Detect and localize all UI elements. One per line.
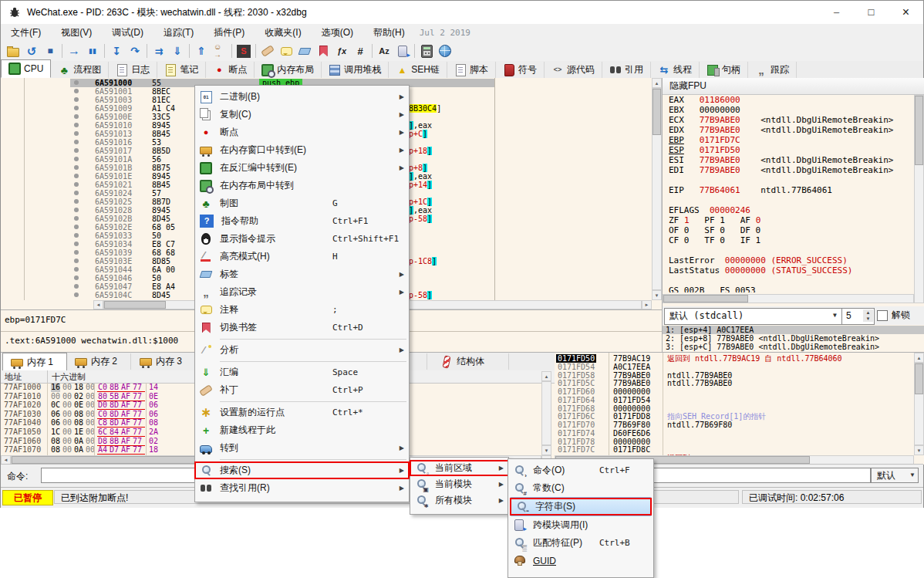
tab-内存布局[interactable]: 内存布局	[255, 62, 322, 78]
register-line[interactable]: ESP 0171FD50	[663, 145, 914, 155]
menu-item-汇编[interactable]: ⇓汇编Space	[195, 363, 409, 381]
dump-byte[interactable]: 00	[62, 401, 72, 410]
dump-byte-pointer[interactable]: AF	[121, 418, 130, 428]
dump-byte[interactable]: 1E	[74, 428, 83, 437]
dump-byte-pointer[interactable]: 77	[133, 445, 142, 455]
dump-tab-3[interactable]: 内存 3	[132, 353, 196, 370]
menu-item-查找引用(R)[interactable]: 查找引用(R)	[195, 479, 409, 497]
dump-byte-pointer[interactable]: 8D	[110, 418, 119, 428]
dump-byte-pointer[interactable]: D7	[110, 445, 119, 455]
dump-byte-pointer[interactable]: 77	[133, 437, 142, 446]
dump-byte[interactable]: 00	[62, 428, 72, 437]
breakpoint-dot-icon[interactable]	[74, 292, 79, 297]
register-line[interactable]: LastError 00000000 (ERROR_SUCCESS)	[663, 255, 914, 265]
menu-item-在反汇编中转到(E)[interactable]: 在反汇编中转到(E)	[195, 159, 409, 177]
dump-byte-pointer[interactable]: D0	[98, 401, 107, 410]
dump-byte-pointer[interactable]: 77	[133, 418, 142, 428]
dump-byte[interactable]: 06	[51, 410, 60, 419]
breakpoint-dot-icon[interactable]	[74, 267, 79, 272]
call-export-button[interactable]	[393, 42, 412, 59]
tab-符号[interactable]: 符号	[496, 62, 545, 78]
menu-item-断点[interactable]: ●断点	[195, 123, 409, 141]
dump-byte-pointer[interactable]: C0	[98, 410, 107, 419]
stack-scroll-up-button[interactable]: ▲	[914, 353, 924, 363]
strings-s-button[interactable]: S	[234, 42, 253, 59]
register-line[interactable]: GS 002B FS 0053	[663, 286, 914, 292]
arg-count-spinner[interactable]: 5	[841, 308, 875, 325]
breakpoint-dot-icon[interactable]	[74, 80, 79, 85]
dump-byte[interactable]: 16	[51, 383, 60, 392]
registers-vscroll-thumb[interactable]	[915, 96, 923, 165]
dump-byte-pointer[interactable]: 84	[110, 428, 119, 437]
dump-byte-pointer[interactable]: AF	[121, 437, 130, 446]
tab-流程图[interactable]: ♣流程图	[51, 62, 109, 78]
label-button[interactable]	[295, 42, 314, 59]
comment-button[interactable]	[277, 42, 295, 59]
breakpoint-dot-icon[interactable]	[74, 225, 79, 229]
case-az-button[interactable]: Az	[375, 42, 393, 59]
breakpoint-dot-icon[interactable]	[74, 191, 79, 195]
menu-item-在内存布局中转到[interactable]: 在内存布局中转到	[195, 177, 409, 194]
tab-调用堆栈[interactable]: 调用堆栈	[322, 62, 389, 78]
dump-byte[interactable]: 08	[74, 418, 83, 428]
pause-button[interactable]: ▮▮	[83, 42, 102, 59]
breakpoint-dot-icon[interactable]	[74, 233, 79, 238]
dump-byte[interactable]: 08	[51, 437, 60, 446]
disasm-scroll-down-button[interactable]: ▼	[652, 290, 662, 300]
tab-笔记[interactable]: 笔记	[157, 62, 206, 78]
dump-byte[interactable]: 08	[74, 410, 83, 419]
breakpoint-dot-icon[interactable]	[74, 284, 79, 289]
menubar-item-6[interactable]: 选项(O)	[312, 24, 363, 41]
menu-item-当前区域[interactable]: ▫当前区域	[410, 460, 508, 476]
tab-SEH链[interactable]: ▲SEH链	[389, 62, 447, 78]
menubar-item-2[interactable]: 调试(D)	[102, 24, 153, 41]
dump-scroll-down-button[interactable]: ▼	[541, 445, 551, 455]
hash-button[interactable]: #	[351, 42, 369, 59]
breakpoint-dot-icon[interactable]	[74, 259, 79, 263]
menubar-item-5[interactable]: 收藏夹(I)	[255, 24, 311, 41]
step-into-button[interactable]: ↧	[107, 42, 126, 59]
menu-item-所有模块[interactable]: ∗所有模块	[410, 492, 508, 509]
dump-byte-pointer[interactable]: 77	[133, 401, 142, 410]
tab-引用[interactable]: 引用	[602, 62, 651, 78]
disasm-scroll-left-button[interactable]: ◄	[93, 300, 103, 309]
register-line[interactable]: LastStatus 00000000 (STATUS_SUCCESS)	[663, 265, 914, 275]
dump-byte-pointer[interactable]: 77	[133, 428, 142, 437]
tab-源代码[interactable]: <>源代码	[545, 62, 602, 78]
dump-byte[interactable]: 00	[62, 437, 72, 446]
breakpoint-dot-icon[interactable]	[74, 157, 79, 161]
dump-byte-pointer[interactable]: 80	[98, 392, 107, 401]
breakpoint-dot-icon[interactable]	[74, 106, 79, 110]
dump-byte[interactable]: 18	[149, 445, 158, 455]
dump-byte-pointer[interactable]: AF	[121, 401, 130, 410]
menu-item-显示指令提示[interactable]: 显示指令提示Ctrl+Shift+F1	[195, 230, 409, 248]
register-line[interactable]: EAX 01186000	[663, 95, 914, 105]
menu-item-搜索(S)[interactable]: 搜索(S)	[195, 461, 409, 479]
register-line[interactable]: EDX 77B9ABE0 <ntdll.DbgUiRemoteBreakin>	[663, 125, 914, 135]
dump-byte[interactable]: 0E	[149, 392, 158, 401]
register-line[interactable]	[663, 245, 914, 255]
menubar-item-7[interactable]: 帮助(H)	[363, 24, 415, 41]
breakpoint-dot-icon[interactable]	[74, 216, 79, 221]
stack-argument-row[interactable]: 1: [esp+4] A0C17EEA	[663, 326, 924, 334]
patch-button[interactable]	[258, 42, 277, 59]
register-line[interactable]: EBX 00000000	[663, 105, 914, 115]
dump-byte[interactable]: 0E	[74, 401, 83, 410]
menu-item-常数(C)[interactable]: #常数(C)	[508, 479, 653, 497]
run-to-user-button[interactable]: ⇉	[150, 42, 168, 59]
step-out-button[interactable]: ⇑	[192, 42, 211, 59]
stop-button[interactable]: ■	[41, 42, 59, 59]
bookmark-button[interactable]	[314, 42, 332, 59]
dump-byte-pointer[interactable]: 77	[133, 410, 142, 419]
menu-item-切换书签[interactable]: 切换书签Ctrl+D	[195, 319, 409, 336]
tab-线程[interactable]: ⇆线程	[651, 62, 700, 78]
dump-byte-pointer[interactable]: 8D	[110, 401, 119, 410]
close-button[interactable]	[889, 1, 923, 23]
register-line[interactable]	[663, 175, 914, 185]
register-line[interactable]	[663, 275, 914, 286]
menu-item-制图[interactable]: ♣制图G	[195, 194, 409, 212]
menu-item-当前模块[interactable]: ▣当前模块	[410, 476, 508, 492]
dump-byte[interactable]: 1C	[51, 428, 60, 437]
dump-scroll-up-button[interactable]: ▲	[541, 371, 551, 381]
dump-byte[interactable]: 0A	[74, 445, 83, 455]
